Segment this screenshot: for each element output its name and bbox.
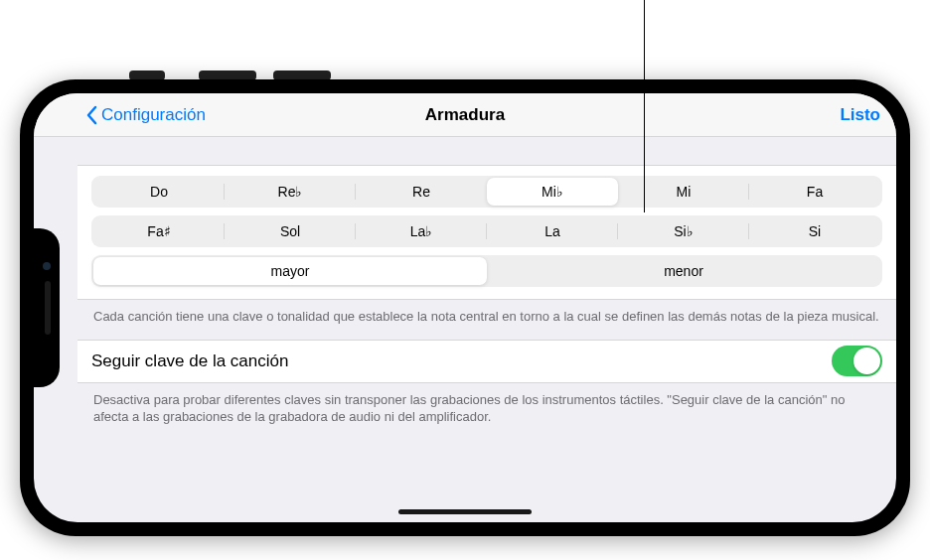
back-button[interactable]: Configuración <box>85 105 206 125</box>
toggle-knob <box>853 348 880 374</box>
key-button-2[interactable]: La♭ <box>356 217 487 245</box>
key-button-0[interactable]: Do <box>93 178 225 206</box>
key-button-3[interactable]: Mi♭ <box>487 178 618 206</box>
done-button[interactable]: Listo <box>840 105 880 125</box>
key-button-5[interactable]: Si <box>749 217 880 245</box>
home-indicator[interactable] <box>398 509 532 514</box>
key-button-label-1: Sol <box>280 223 300 239</box>
content: DoRe♭ReMi♭MiFa Fa♯SolLa♭LaSi♭Si mayormen… <box>34 165 896 440</box>
key-signature-section: DoRe♭ReMi♭MiFa Fa♯SolLa♭LaSi♭Si mayormen… <box>78 165 896 300</box>
follow-key-toggle[interactable] <box>832 346 882 376</box>
scale-button-1[interactable]: menor <box>487 257 880 285</box>
key-button-2[interactable]: Re <box>356 178 487 206</box>
callout-line <box>644 0 645 212</box>
key-button-4[interactable]: Si♭ <box>618 217 749 245</box>
key-row-2: Fa♯SolLa♭LaSi♭Si <box>91 215 882 247</box>
key-button-label-2: La♭ <box>410 223 433 239</box>
key-row-1: DoRe♭ReMi♭MiFa <box>91 176 882 208</box>
key-button-1[interactable]: Sol <box>225 217 356 245</box>
key-button-label-4: Mi <box>677 184 692 200</box>
key-button-label-5: Fa <box>807 184 823 200</box>
key-description: Cada canción tiene una clave o tonalidad… <box>78 300 896 340</box>
key-button-label-5: Si <box>809 223 821 239</box>
screen: Configuración Armadura Listo DoRe♭ReMi♭M… <box>34 93 896 522</box>
speaker-grille <box>45 281 51 335</box>
navigation-bar: Configuración Armadura Listo <box>34 93 896 137</box>
key-button-4[interactable]: Mi <box>618 178 749 206</box>
key-button-label-0: Do <box>150 184 168 200</box>
follow-key-row: Seguir clave de la canción <box>78 340 896 383</box>
key-button-5[interactable]: Fa <box>749 178 880 206</box>
key-button-0[interactable]: Fa♯ <box>93 217 225 245</box>
scale-row: mayormenor <box>91 255 882 287</box>
key-button-label-3: La <box>544 223 560 239</box>
notch <box>34 228 60 387</box>
phone-frame: Configuración Armadura Listo DoRe♭ReMi♭M… <box>20 79 910 536</box>
follow-key-description: Desactiva para probar diferentes claves … <box>78 383 896 440</box>
front-camera <box>43 262 51 270</box>
key-button-label-3: Mi♭ <box>542 184 563 200</box>
key-button-1[interactable]: Re♭ <box>225 178 356 206</box>
key-button-label-4: Si♭ <box>674 223 693 239</box>
key-button-label-0: Fa♯ <box>147 223 170 239</box>
key-button-label-2: Re <box>412 184 430 200</box>
scale-button-label-1: menor <box>664 263 703 279</box>
key-button-label-1: Re♭ <box>278 184 303 200</box>
back-label: Configuración <box>101 105 206 125</box>
scale-button-0[interactable]: mayor <box>93 257 487 285</box>
scale-button-label-0: mayor <box>271 263 310 279</box>
chevron-left-icon <box>85 105 97 125</box>
follow-key-label: Seguir clave de la canción <box>91 351 288 371</box>
key-button-3[interactable]: La <box>487 217 618 245</box>
